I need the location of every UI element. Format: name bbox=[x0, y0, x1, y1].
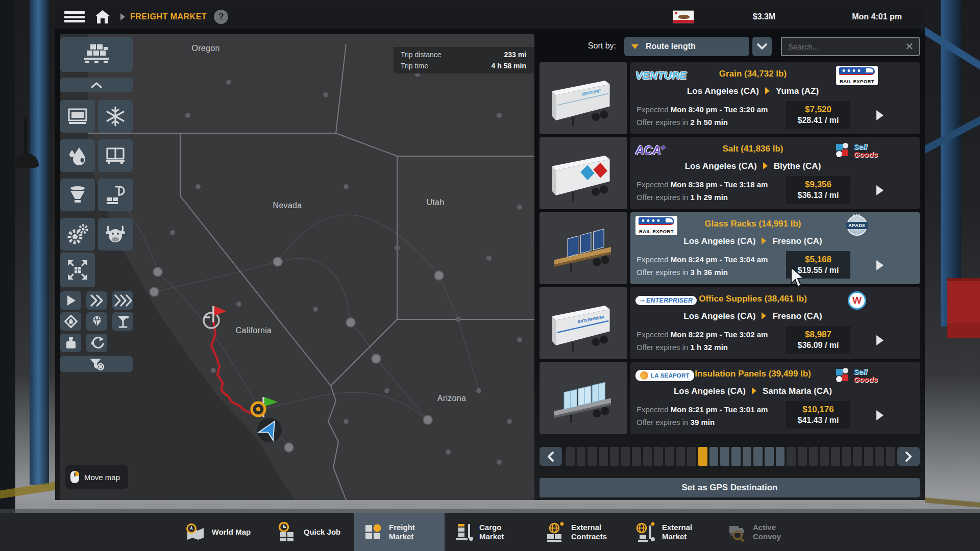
filter-urgency-3-button[interactable] bbox=[112, 291, 133, 310]
city-dot bbox=[395, 245, 400, 251]
offer-expiry: Offer expires in 3 h 36 min bbox=[636, 268, 728, 277]
clear-filters-button[interactable] bbox=[60, 356, 133, 372]
page-segment bbox=[776, 447, 785, 466]
nav-active-convoy[interactable]: Active Convoy bbox=[717, 513, 808, 551]
filter-heavy-button[interactable] bbox=[60, 334, 81, 352]
filter-bulk-button[interactable] bbox=[60, 179, 95, 211]
help-button[interactable]: ? bbox=[214, 10, 228, 24]
nav-world-map[interactable]: World Map bbox=[172, 513, 263, 551]
nav-quick-job[interactable]: Quick Job bbox=[263, 513, 354, 551]
dry-van-trailer-image bbox=[540, 137, 627, 209]
trailer-thumbnail: VENTURE bbox=[540, 62, 627, 134]
page-segment bbox=[676, 447, 685, 466]
price-box: $5,168 $19.55 / mi bbox=[786, 251, 850, 279]
offer-rate: $41.43 / mi bbox=[798, 416, 839, 425]
filter-container-button[interactable] bbox=[98, 139, 133, 172]
weight-icon bbox=[64, 336, 78, 350]
page-segment bbox=[665, 447, 674, 466]
receiver-logo-rail-export: RAIL EXPORT bbox=[836, 66, 878, 85]
open-offer-arrow[interactable] bbox=[876, 260, 884, 270]
city-dot bbox=[372, 354, 381, 363]
liquid-drop-icon bbox=[67, 145, 88, 166]
freight-market-icon bbox=[362, 522, 384, 542]
active-convoy-icon bbox=[725, 522, 748, 542]
state-label-california: California bbox=[236, 326, 272, 335]
next-page-button[interactable] bbox=[897, 447, 920, 466]
glass-icon bbox=[115, 314, 131, 329]
freight-offer-card[interactable]: VENTURE VENTURE Grain (34,732 lb) RAIL E… bbox=[540, 62, 920, 134]
state-label-arizona: Arizona bbox=[437, 394, 466, 403]
open-offer-arrow[interactable] bbox=[876, 185, 884, 195]
trip-distance-value: 233 mi bbox=[504, 51, 526, 59]
city-dot bbox=[153, 267, 162, 277]
train-icon bbox=[839, 67, 875, 75]
filter-valuable-button[interactable] bbox=[86, 312, 107, 331]
nav-cargo-market[interactable]: Cargo Market bbox=[445, 513, 535, 551]
oversized-arrows-icon bbox=[66, 258, 89, 282]
lamp-stem bbox=[24, 117, 27, 156]
home-icon[interactable] bbox=[94, 9, 111, 24]
sort-expand-button[interactable] bbox=[752, 37, 772, 56]
expected-time: Expected Mon 8:22 pm - Tue 3:02 am bbox=[636, 330, 768, 339]
money-display[interactable]: $3.3M bbox=[753, 12, 775, 21]
flatbed-panels-trailer-image bbox=[540, 362, 627, 434]
freight-offer-card-selected[interactable]: RAIL EXPORT Glass Racks (14,991 lb) APAD… bbox=[540, 212, 920, 284]
expected-time: Expected Mon 8:40 pm - Tue 3:20 am bbox=[636, 105, 768, 114]
filter-curtain-trailer-button[interactable] bbox=[60, 100, 95, 133]
filter-livestock-button[interactable] bbox=[98, 218, 133, 251]
clear-search-icon[interactable]: ✕ bbox=[905, 41, 914, 52]
filter-urgency-1-button[interactable] bbox=[60, 291, 81, 310]
filter-liquid-button[interactable] bbox=[60, 139, 95, 172]
filter-return-job-button[interactable] bbox=[86, 334, 107, 352]
open-offer-arrow[interactable] bbox=[876, 335, 884, 345]
breadcrumb-arrow-icon bbox=[120, 13, 125, 20]
nav-external-market[interactable]: External Market bbox=[626, 513, 717, 551]
nav-external-contracts[interactable]: External Contracts bbox=[535, 513, 626, 551]
route-line-text: Los Angeles (CA)Yuma (AZ) bbox=[630, 86, 875, 96]
dry-van-trailer-image: VENTURE bbox=[540, 62, 627, 134]
expected-time: Expected Mon 8:38 pm - Tue 3:18 am bbox=[636, 180, 768, 189]
page-segment bbox=[864, 447, 873, 466]
route-line-text: Los Angeles (CA)Fresno (CA) bbox=[630, 236, 875, 246]
filter-crane-hook-button[interactable] bbox=[98, 179, 133, 211]
gear-icon bbox=[853, 214, 861, 219]
freight-offer-card[interactable]: ENTERPRISER ENTERPRISER Office Supplies … bbox=[540, 287, 920, 359]
clear-filter-icon bbox=[88, 358, 105, 371]
nav-freight-market[interactable]: Freight Market bbox=[354, 513, 445, 551]
chevron-single-icon bbox=[65, 294, 77, 307]
pallet-cargo-icon bbox=[80, 43, 113, 66]
search-input[interactable] bbox=[787, 42, 905, 52]
freight-offer-card[interactable]: ACA✈ Salt (41,836 lb) SellGoods Los Ange… bbox=[540, 137, 920, 209]
filter-pallet-cargo-button[interactable] bbox=[60, 37, 133, 72]
move-map-hint: Move map bbox=[65, 465, 128, 489]
trip-distance-label: Trip distance bbox=[401, 51, 442, 59]
prev-page-button[interactable] bbox=[540, 447, 562, 466]
filter-fragile-button[interactable] bbox=[112, 312, 133, 331]
state-label-oregon: Oregon bbox=[191, 44, 219, 53]
filter-adr-flammable-button[interactable] bbox=[60, 312, 81, 331]
filter-urgency-2-button[interactable] bbox=[86, 291, 107, 310]
collapse-filters-button[interactable] bbox=[60, 78, 133, 92]
price-box: $8,987 $36.09 / mi bbox=[786, 326, 850, 354]
city-dot bbox=[497, 113, 502, 118]
filter-refrigerated-button[interactable] bbox=[98, 100, 133, 133]
menu-icon[interactable] bbox=[64, 10, 85, 24]
set-gps-destination-button[interactable]: Set as GPS Destination bbox=[540, 478, 920, 497]
open-offer-arrow[interactable] bbox=[876, 410, 884, 420]
open-offer-arrow[interactable] bbox=[876, 110, 884, 120]
hopper-icon bbox=[67, 184, 88, 206]
city-dot bbox=[211, 368, 216, 373]
filter-machinery-button[interactable] bbox=[60, 218, 95, 251]
flammable-diamond-icon bbox=[64, 314, 78, 329]
route-line-text: Los Angeles (CA)Blythe (CA) bbox=[630, 161, 875, 171]
page-segment bbox=[809, 447, 818, 466]
curtain-trailer-icon bbox=[67, 106, 88, 127]
world-map-icon bbox=[184, 522, 207, 542]
mouse-icon bbox=[70, 471, 79, 483]
filter-oversized-button[interactable] bbox=[60, 253, 95, 287]
sort-dropdown[interactable]: Route length bbox=[624, 37, 749, 56]
page-segment bbox=[753, 447, 763, 466]
freight-offer-card[interactable]: LA SEAPORT Insulation Panels (39,499 lb)… bbox=[540, 362, 920, 434]
city-dot bbox=[344, 419, 349, 424]
blue-pillar-left bbox=[30, 0, 49, 485]
